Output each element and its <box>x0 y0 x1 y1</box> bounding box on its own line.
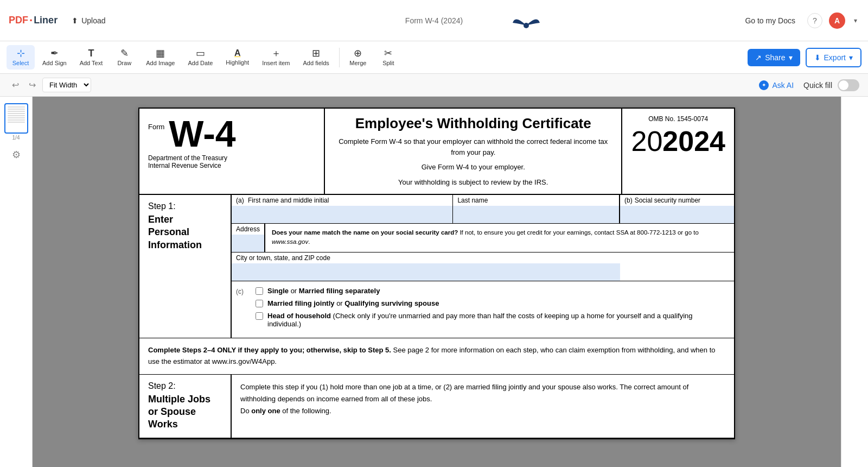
settings-icon: ⚙ <box>12 149 21 161</box>
add-date-button[interactable]: ▭ Add Date <box>182 45 218 70</box>
ssn-note: Does your name match the name on your so… <box>265 224 734 252</box>
insert-item-button[interactable]: ＋ Insert item <box>257 45 295 70</box>
left-sidebar: 1/4 ⚙ <box>0 97 33 467</box>
step1-label: Step 1: EnterPersonalInformation <box>139 195 232 338</box>
ask-ai-button[interactable]: ✦ Ask AI <box>755 78 798 92</box>
last-name-input[interactable] <box>453 206 619 223</box>
first-name-label: First name and middle initial <box>248 197 329 204</box>
form-header: Form W-4 Department of the Treasury Inte… <box>138 108 735 195</box>
step2-text2: Do only one of the following. <box>240 405 725 417</box>
ssn-field: (b) Social security number <box>620 195 734 223</box>
head-of-household-checkbox[interactable] <box>256 312 263 320</box>
address-field: Address <box>232 224 265 252</box>
single-checkbox[interactable] <box>256 287 263 295</box>
city-row: City or town, state, and ZIP code <box>232 253 734 281</box>
settings-sidebar-button[interactable]: ⚙ <box>7 145 26 165</box>
add-sign-icon: ✒ <box>50 48 59 58</box>
step1-number: Step 1: <box>148 201 222 211</box>
main-area: 1/4 ⚙ Form W-4 Department of the Treasur… <box>0 97 868 467</box>
step2-title: Multiple Jobsor SpouseWorks <box>148 393 222 431</box>
fit-width-select[interactable]: Fit Width 50% 75% 100% 125% 150% <box>42 78 91 92</box>
step1-content: (a) First name and middle initial Last n… <box>232 195 734 338</box>
form-year: 202024 <box>631 127 725 155</box>
avatar-button[interactable]: A <box>829 12 845 29</box>
quick-fill-toggle[interactable] <box>838 79 859 91</box>
add-image-icon: ▦ <box>156 48 165 58</box>
omb-number: OMB No. 1545-0074 <box>631 115 725 123</box>
step2-content: Complete this step if you (1) hold more … <box>232 375 734 438</box>
export-icon: ⬇ <box>814 53 821 62</box>
split-icon: ✂ <box>384 48 392 58</box>
share-icon: ↗ <box>755 53 762 62</box>
add-sign-button[interactable]: ✒ Add Sign <box>37 45 72 70</box>
form-subtitle-line3: Your withholding is subject to review by… <box>334 177 612 188</box>
last-name-field: Last name <box>453 195 620 223</box>
export-chevron-icon: ▾ <box>849 53 853 62</box>
page-indicator: 1/4 <box>4 135 28 141</box>
highlight-button[interactable]: A Highlight <box>220 46 254 69</box>
help-button[interactable]: ? <box>807 13 822 28</box>
select-tool-button[interactable]: ⊹ Select <box>7 45 35 70</box>
logo: PDF · Liner <box>9 14 58 28</box>
form-body: Step 1: EnterPersonalInformation (a) Fir… <box>138 195 735 439</box>
step1-title: EnterPersonalInformation <box>148 213 222 251</box>
step2-number: Step 2: <box>148 381 222 391</box>
add-fields-icon: ⊞ <box>312 48 320 58</box>
share-button[interactable]: ↗ Share ▾ <box>748 49 800 66</box>
married-joint-checkbox[interactable] <box>256 300 263 307</box>
merge-icon: ⊕ <box>354 48 362 58</box>
form-header-right: OMB No. 1545-0074 202024 <box>622 109 734 194</box>
form-w4-number: W-4 <box>169 115 235 152</box>
undo-button[interactable]: ↩ <box>9 78 22 92</box>
married-joint-option: Married filing jointly or Qualifying sur… <box>256 299 725 307</box>
form-subtitle: Form <box>148 115 164 131</box>
dept-label: Department of the Treasury <box>148 154 315 162</box>
add-fields-button[interactable]: ⊞ Add fields <box>298 45 335 70</box>
add-image-button[interactable]: ▦ Add Image <box>141 45 180 70</box>
view-toolbar: ↩ ↪ Fit Width 50% 75% 100% 125% 150% ✦ A… <box>0 74 868 97</box>
form-header-left: Form W-4 Department of the Treasury Inte… <box>139 109 324 194</box>
address-label: Address <box>232 224 264 235</box>
draw-icon: ✎ <box>120 48 129 58</box>
go-to-docs-button[interactable]: Go to my Docs <box>739 13 801 28</box>
ssn-label: Social security number <box>635 197 700 204</box>
page-thumbnail[interactable] <box>4 103 28 134</box>
ssn-label-container: (b) Social security number <box>620 195 734 206</box>
city-input[interactable] <box>232 263 620 281</box>
first-name-input[interactable] <box>232 206 452 223</box>
last-name-label: Last name <box>453 195 619 206</box>
head-of-household-label: Head of household (Check only if you're … <box>267 312 725 328</box>
logo-pdf: PDF <box>9 15 28 26</box>
address-row-container: Address Does your name match the name on… <box>232 224 734 253</box>
split-button[interactable]: ✂ Split <box>374 45 403 70</box>
thumb-page-content <box>7 105 26 131</box>
export-button[interactable]: ⬇ Export ▾ <box>806 48 861 67</box>
ask-ai-icon: ✦ <box>759 80 769 90</box>
select-icon: ⊹ <box>17 48 25 58</box>
form-subtitle-line2: Give Form W-4 to your employer. <box>334 162 612 173</box>
pdf-viewer[interactable]: Form W-4 Department of the Treasury Inte… <box>33 97 841 467</box>
redo-button[interactable]: ↪ <box>25 78 39 92</box>
single-option: Single or Married filing separately <box>256 287 725 295</box>
head-of-household-option: Head of household (Check only if you're … <box>256 312 725 328</box>
right-sidebar <box>841 97 868 467</box>
married-joint-label: Married filing jointly or Qualifying sur… <box>267 299 439 307</box>
toggle-knob <box>839 80 848 90</box>
account-menu-chevron[interactable]: ▾ <box>852 15 859 27</box>
form-subtitle-line1: Complete Form W-4 so that your employer … <box>334 136 612 157</box>
add-text-button[interactable]: T Add Text <box>74 45 108 70</box>
form-full-title: Employee's Withholding Certificate <box>334 115 612 132</box>
upload-button[interactable]: ⬆ Upload <box>66 13 111 28</box>
address-input[interactable] <box>232 235 264 252</box>
draw-button[interactable]: ✎ Draw <box>110 45 138 70</box>
ssn-input[interactable] <box>620 206 734 223</box>
steps-notice: Complete Steps 2–4 ONLY if they apply to… <box>139 338 734 375</box>
step1-row: Step 1: EnterPersonalInformation (a) Fir… <box>139 195 734 338</box>
city-label: City or town, state, and ZIP code <box>232 253 734 263</box>
form-header-center: Employee's Withholding Certificate Compl… <box>324 109 622 194</box>
step2-row: Step 2: Multiple Jobsor SpouseWorks Comp… <box>139 375 734 438</box>
form-label-area: Form W-4 <box>148 115 315 152</box>
first-name-field: (a) First name and middle initial <box>232 195 453 223</box>
merge-button[interactable]: ⊕ Merge <box>344 45 372 70</box>
highlight-icon: A <box>234 49 241 58</box>
